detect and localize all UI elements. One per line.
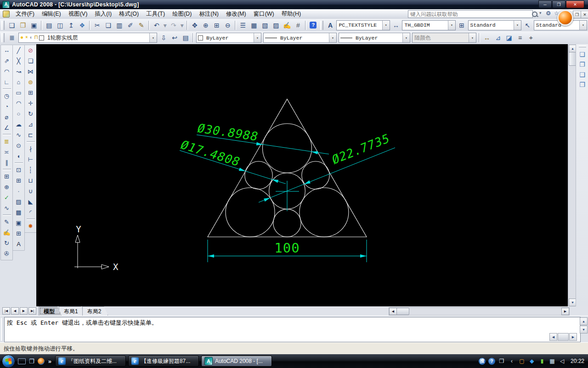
- quick-dimension-button[interactable]: ≣: [2, 137, 11, 146]
- aligned-dimension-button[interactable]: ⇗: [2, 56, 11, 66]
- toolbar-grip[interactable]: [1, 21, 5, 30]
- mdi-close-button[interactable]: ✕: [581, 11, 588, 18]
- table-style-manager-button[interactable]: ⊞: [457, 20, 467, 30]
- layer-combo[interactable]: ●☀◐⊓ 1轮廓实线层 ▾: [18, 33, 157, 43]
- move-button[interactable]: ✛: [26, 98, 35, 108]
- linetype-combo[interactable]: ByLayer ▾: [263, 33, 337, 43]
- command-input-line[interactable]: [5, 327, 580, 328]
- mdi-restore-button[interactable]: ❐: [573, 11, 581, 18]
- first-tab-button[interactable]: |◀: [2, 307, 10, 315]
- dimension-text-edit-button[interactable]: ✍: [2, 228, 11, 237]
- chevron-down-icon[interactable]: ▾: [329, 33, 336, 42]
- layer-freeze-icon[interactable]: ☀: [25, 35, 28, 40]
- chevron-down-icon[interactable]: ▾: [514, 21, 521, 30]
- lineweight-combo[interactable]: ByLayer ▾: [339, 33, 410, 43]
- scroll-left-button[interactable]: ◀: [549, 333, 557, 341]
- dimension-edit-button[interactable]: ✎: [2, 217, 11, 227]
- plot-button[interactable]: ▤: [44, 20, 54, 30]
- undo-menu-button[interactable]: ▾: [163, 20, 168, 30]
- menu-draw-item[interactable]: 绘图(D): [169, 9, 195, 19]
- publish-button[interactable]: ↥: [66, 20, 76, 30]
- media-player-icon[interactable]: [38, 358, 45, 365]
- circle-button[interactable]: ○: [14, 109, 23, 119]
- rotate-button[interactable]: ↻: [26, 109, 35, 119]
- table-style-combo[interactable]: Standard ▾: [468, 20, 521, 30]
- menu-file-item[interactable]: 文件(F): [12, 9, 38, 19]
- toolbar-grip[interactable]: [1, 33, 5, 42]
- mass-properties-button[interactable]: ◪: [504, 33, 514, 43]
- communication-center-icon[interactable]: ❂: [546, 10, 551, 17]
- toolbar-grip[interactable]: [320, 21, 323, 30]
- volume-tray-icon[interactable]: ◁: [559, 357, 566, 365]
- layer-on-icon[interactable]: ●: [20, 35, 23, 40]
- tab-layout1[interactable]: 布局1: [59, 306, 85, 316]
- chevron-down-icon[interactable]: ▾: [402, 33, 410, 42]
- security-shield-tray-icon[interactable]: ◆: [528, 357, 536, 365]
- arc-length-dimension-button[interactable]: ◠: [2, 67, 11, 76]
- arc-button[interactable]: ◠: [14, 98, 23, 108]
- match-properties-button[interactable]: ✐: [125, 20, 136, 30]
- break-at-point-button[interactable]: ┆: [26, 165, 35, 175]
- layer-lock-icon[interactable]: ⊓: [34, 35, 38, 40]
- bring-to-front-button[interactable]: ❏: [577, 49, 588, 59]
- restore-window-tray-icon[interactable]: ❐: [498, 357, 505, 365]
- insert-block-button[interactable]: ⊡: [14, 165, 23, 175]
- zoom-realtime-button[interactable]: ⊕: [201, 20, 211, 30]
- stretch-button[interactable]: ⊏: [26, 130, 35, 140]
- cut-button[interactable]: ✂: [92, 20, 102, 30]
- chevron-down-icon[interactable]: ▾: [448, 21, 455, 30]
- switch-windows-icon[interactable]: ❐: [29, 358, 34, 365]
- region-button[interactable]: ▣: [14, 218, 23, 228]
- drawing-viewport[interactable]: Ø30.8988 Ø17.4808 Ø22.7735: [36, 44, 568, 306]
- list-button[interactable]: ≡: [515, 33, 525, 43]
- scroll-up-button[interactable]: ▲: [580, 317, 588, 325]
- minimize-button[interactable]: ─: [538, 0, 552, 8]
- network-tray-icon[interactable]: ▦: [548, 357, 556, 365]
- jogged-dimension-button[interactable]: ◔: [2, 102, 11, 111]
- point-button[interactable]: ∙: [14, 186, 23, 196]
- toolbar-grip[interactable]: [579, 46, 586, 47]
- make-block-button[interactable]: ⊞: [14, 176, 23, 185]
- angular-dimension-button[interactable]: ∠: [2, 123, 11, 132]
- gradient-button[interactable]: ▩: [14, 207, 23, 217]
- horizontal-scrollbar[interactable]: ◀ ▶: [389, 307, 570, 316]
- dimension-style-combo[interactable]: TH_GBDIM ▾: [402, 20, 455, 30]
- layer-properties-manager-button[interactable]: ≣: [7, 33, 17, 43]
- markup-set-manager-button[interactable]: ✍: [282, 20, 292, 30]
- copy-object-button[interactable]: ❏: [26, 56, 35, 66]
- continue-dimension-button[interactable]: ∥: [2, 158, 11, 167]
- last-tab-button[interactable]: ▶|: [28, 307, 36, 315]
- menu-insert-item[interactable]: 插入(I): [91, 9, 115, 19]
- locate-point-button[interactable]: ⌖: [526, 33, 536, 43]
- multileader-style-manager-button[interactable]: ↖: [523, 20, 532, 30]
- layer-previous-button[interactable]: ↩: [170, 33, 180, 43]
- scroll-right-button[interactable]: ▶: [569, 333, 577, 341]
- child-window-icon[interactable]: [3, 11, 10, 17]
- text-style-combo[interactable]: PC_TEXTSTYLE ▾: [336, 20, 390, 30]
- 3d-dwf-button[interactable]: ❖: [77, 20, 87, 30]
- layer-states-button[interactable]: ▤: [181, 33, 191, 43]
- dimension-style-manager-button[interactable]: ↔: [391, 20, 401, 30]
- horizontal-scroll-thumb[interactable]: [558, 333, 569, 341]
- zoom-window-button[interactable]: ⊞: [212, 20, 222, 30]
- table-button[interactable]: ⊞: [14, 229, 23, 238]
- multiline-text-button[interactable]: A: [14, 239, 23, 249]
- search-icon[interactable]: [532, 12, 537, 17]
- new-button[interactable]: ❑: [7, 20, 17, 30]
- next-tab-button[interactable]: ▶: [20, 307, 28, 315]
- menu-tools-item[interactable]: 工具(T): [142, 9, 169, 19]
- trim-button[interactable]: ∤: [26, 144, 35, 154]
- zoom-previous-button[interactable]: ⊖: [223, 20, 233, 30]
- scale-button[interactable]: ⊿: [26, 120, 35, 129]
- vertical-scrollbar[interactable]: ▲ ▼: [568, 44, 576, 306]
- rectangle-button[interactable]: ▭: [14, 88, 23, 98]
- chevron-left-tray-icon[interactable]: ‹: [508, 357, 515, 365]
- line-button[interactable]: ╱: [14, 46, 23, 55]
- make-object-layer-current-button[interactable]: ⇩: [158, 33, 169, 43]
- menu-dimension-item[interactable]: 标注(N): [196, 9, 222, 19]
- menu-help-item[interactable]: 帮助(H): [278, 9, 305, 19]
- hatch-button[interactable]: ▨: [14, 197, 23, 207]
- undo-button[interactable]: ↶: [152, 20, 162, 30]
- properties-button[interactable]: ☰: [238, 20, 248, 30]
- ellipse-button[interactable]: ⊙: [14, 141, 23, 150]
